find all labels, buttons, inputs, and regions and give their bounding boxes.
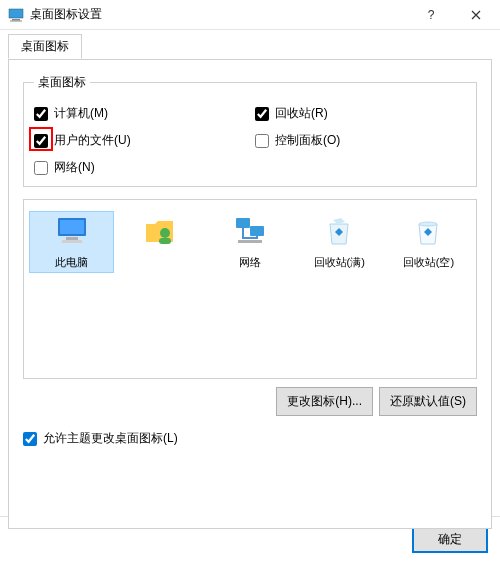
window-title: 桌面图标设置 (30, 6, 408, 23)
tabstrip: 桌面图标 (8, 34, 492, 60)
computer-icon (54, 214, 90, 250)
icon-this-pc[interactable]: 此电脑 (29, 211, 114, 273)
icon-network-label: 网络 (239, 255, 261, 270)
network-icon (232, 214, 268, 250)
check-network-box[interactable] (34, 161, 48, 175)
recycle-full-icon (321, 214, 357, 250)
change-icon-button[interactable]: 更改图标(H)... (276, 387, 373, 416)
icon-recycle-full-label: 回收站(满) (314, 255, 365, 270)
svg-rect-5 (60, 220, 84, 234)
allow-themes-row[interactable]: 允许主题更改桌面图标(L) (23, 430, 477, 447)
svg-rect-11 (250, 226, 264, 236)
group-legend: 桌面图标 (34, 74, 90, 91)
svg-rect-0 (9, 9, 23, 18)
icons-frame: 此电脑 网络 回收站(满) (23, 199, 477, 379)
app-icon (8, 7, 24, 23)
check-computer-label: 计算机(M) (54, 105, 108, 122)
panel: 桌面图标 计算机(M) 回收站(R) 用户的文件(U) 控制面板(O) 网络 (8, 59, 492, 529)
svg-point-8 (160, 228, 170, 238)
check-ctrlpanel[interactable]: 控制面板(O) (255, 132, 466, 149)
allow-themes-label: 允许主题更改桌面图标(L) (43, 430, 178, 447)
icon-this-pc-label: 此电脑 (55, 255, 88, 270)
tab-desktop-icons[interactable]: 桌面图标 (8, 34, 82, 59)
icon-recycle-empty-label: 回收站(空) (403, 255, 454, 270)
check-ctrlpanel-label: 控制面板(O) (275, 132, 340, 149)
check-computer[interactable]: 计算机(M) (34, 105, 245, 122)
close-button[interactable] (453, 0, 498, 29)
svg-rect-12 (238, 240, 262, 243)
allow-themes-checkbox[interactable] (23, 432, 37, 446)
recycle-empty-icon (410, 214, 446, 250)
check-userdocs-label: 用户的文件(U) (54, 132, 131, 149)
icon-network[interactable]: 网络 (208, 212, 291, 272)
svg-rect-1 (12, 19, 20, 21)
icon-user[interactable] (119, 212, 202, 272)
desktop-icons-group: 桌面图标 计算机(M) 回收站(R) 用户的文件(U) 控制面板(O) 网络 (23, 74, 477, 187)
svg-text:?: ? (427, 10, 434, 20)
icon-recycle-empty[interactable]: 回收站(空) (387, 212, 470, 272)
svg-point-13 (419, 222, 437, 226)
titlebar: 桌面图标设置 ? (0, 0, 500, 30)
check-ctrlpanel-box[interactable] (255, 134, 269, 148)
user-folder-icon (143, 214, 179, 250)
check-network-label: 网络(N) (54, 159, 95, 176)
check-computer-box[interactable] (34, 107, 48, 121)
icon-recycle-full[interactable]: 回收站(满) (298, 212, 381, 272)
svg-rect-7 (62, 240, 82, 243)
svg-rect-10 (236, 218, 250, 228)
check-userdocs-box[interactable] (34, 134, 48, 148)
svg-rect-6 (66, 237, 78, 240)
svg-rect-2 (10, 20, 22, 21)
check-recycle-label: 回收站(R) (275, 105, 328, 122)
restore-defaults-button[interactable]: 还原默认值(S) (379, 387, 477, 416)
check-recycle-box[interactable] (255, 107, 269, 121)
check-network[interactable]: 网络(N) (34, 159, 245, 176)
check-userdocs[interactable]: 用户的文件(U) (34, 132, 245, 149)
check-recycle[interactable]: 回收站(R) (255, 105, 466, 122)
svg-rect-9 (159, 238, 171, 244)
help-button[interactable]: ? (408, 0, 453, 29)
ok-button[interactable]: 确定 (412, 526, 488, 553)
